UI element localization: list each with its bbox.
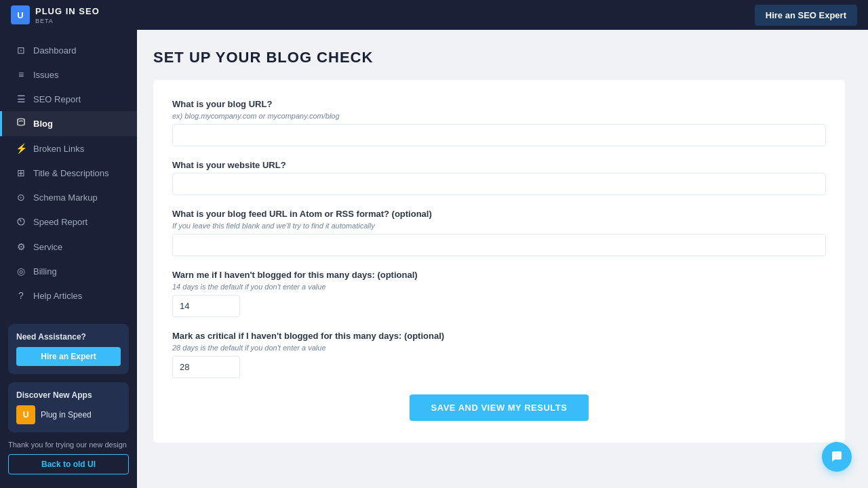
sidebar-item-service[interactable]: ⚙ Service — [0, 235, 137, 259]
sidebar-item-blog[interactable]: Blog — [0, 111, 137, 136]
sidebar-bottom: Need Assistance? Hire an Expert Discover… — [0, 316, 137, 483]
sidebar-label-schema-markup: Schema Markup — [33, 192, 98, 203]
sidebar-item-billing[interactable]: ◎ Billing — [0, 259, 137, 283]
sidebar-item-help-articles[interactable]: ? Help Articles — [0, 283, 137, 308]
app-item-plug-in-speed[interactable]: U Plug in Speed — [16, 405, 121, 424]
feed-url-hint: If you leave this field blank and we'll … — [172, 222, 826, 230]
speed-report-icon — [16, 216, 26, 228]
broken-links-icon: ⚡ — [16, 143, 26, 154]
sidebar-label-help-articles: Help Articles — [33, 291, 82, 301]
critical-days-label: Mark as critical if I haven't blogged fo… — [172, 331, 826, 341]
thank-you-text: Thank you for trying our new design — [8, 441, 129, 449]
page-title: SET UP YOUR BLOG CHECK — [153, 49, 852, 66]
seo-report-icon: ☰ — [16, 94, 26, 104]
logo-text-group: PLUG IN SEO BETA — [35, 6, 100, 24]
dashboard-icon: ⊡ — [16, 45, 26, 56]
sidebar-label-service: Service — [33, 242, 62, 252]
sidebar-item-speed-report[interactable]: Speed Report — [0, 209, 137, 235]
warn-days-label: Warn me if I haven't blogged for this ma… — [172, 270, 826, 280]
feed-url-label: What is your blog feed URL in Atom or RS… — [172, 209, 826, 219]
help-articles-icon: ? — [16, 290, 26, 301]
website-url-group: What is your website URL? — [172, 160, 826, 195]
sidebar-item-broken-links[interactable]: ⚡ Broken Links — [0, 136, 137, 161]
assist-card: Need Assistance? Hire an Expert — [8, 324, 129, 374]
app-icon: U — [16, 405, 35, 424]
sidebar-item-dashboard[interactable]: ⊡ Dashboard — [0, 38, 137, 62]
title-descriptions-icon: ⊞ — [16, 167, 26, 178]
logo: U PLUG IN SEO BETA — [11, 5, 100, 24]
form-card: What is your blog URL? ex) blog.mycompan… — [153, 80, 845, 443]
service-icon: ⚙ — [16, 241, 26, 252]
sidebar-label-blog: Blog — [33, 119, 53, 129]
blog-url-label: What is your blog URL? — [172, 99, 826, 109]
logo-icon: U — [11, 5, 30, 24]
sidebar-item-issues[interactable]: ≡ Issues — [0, 62, 137, 87]
sidebar-item-seo-report[interactable]: ☰ SEO Report — [0, 87, 137, 111]
critical-days-group: Mark as critical if I haven't blogged fo… — [172, 331, 826, 378]
sidebar-label-speed-report: Speed Report — [33, 217, 87, 227]
save-results-button[interactable]: SAVE AND VIEW MY RESULTS — [410, 394, 589, 421]
hire-expert-topnav-button[interactable]: Hire an SEO Expert — [755, 5, 857, 26]
sidebar-item-schema-markup[interactable]: ⊙ Schema Markup — [0, 185, 137, 209]
blog-url-hint: ex) blog.mycompany.com or mycompany.com/… — [172, 112, 826, 120]
website-url-label: What is your website URL? — [172, 160, 826, 170]
sidebar-label-issues: Issues — [33, 70, 59, 80]
hire-expert-sidebar-button[interactable]: Hire an Expert — [16, 347, 121, 366]
critical-days-input[interactable] — [172, 356, 240, 378]
critical-days-hint: 28 days is the default if you don't ente… — [172, 344, 826, 352]
topnav: U PLUG IN SEO BETA Hire an SEO Expert — [0, 0, 868, 30]
sidebar-label-dashboard: Dashboard — [33, 45, 77, 56]
blog-url-group: What is your blog URL? ex) blog.mycompan… — [172, 99, 826, 146]
logo-beta: BETA — [35, 18, 100, 24]
feed-url-input[interactable] — [172, 234, 826, 256]
chat-button[interactable] — [822, 442, 852, 472]
discover-title: Discover New Apps — [16, 390, 121, 400]
website-url-input[interactable] — [172, 173, 826, 195]
logo-text: PLUG IN SEO — [35, 6, 100, 16]
back-to-old-ui-button[interactable]: Back to old UI — [8, 454, 129, 474]
sidebar-nav: ⊡ Dashboard ≡ Issues ☰ SEO Report Blog — [0, 30, 137, 316]
warn-days-input[interactable] — [172, 295, 240, 317]
sidebar: ⊡ Dashboard ≡ Issues ☰ SEO Report Blog — [0, 30, 137, 488]
blog-url-input[interactable] — [172, 124, 826, 146]
issues-icon: ≡ — [16, 69, 26, 80]
sidebar-label-seo-report: SEO Report — [33, 94, 81, 104]
sidebar-label-broken-links: Broken Links — [33, 144, 84, 154]
assist-title: Need Assistance? — [16, 332, 121, 342]
app-name: Plug in Speed — [41, 410, 92, 420]
schema-markup-icon: ⊙ — [16, 192, 26, 203]
sidebar-item-title-descriptions[interactable]: ⊞ Title & Descriptions — [0, 161, 137, 185]
logo-letter: U — [17, 10, 23, 20]
warn-days-group: Warn me if I haven't blogged for this ma… — [172, 270, 826, 317]
discover-section: Discover New Apps U Plug in Speed — [8, 382, 129, 432]
sidebar-label-title-descriptions: Title & Descriptions — [33, 168, 109, 178]
sidebar-label-billing: Billing — [33, 266, 57, 277]
billing-icon: ◎ — [16, 266, 26, 277]
blog-icon — [16, 118, 26, 129]
main-content: SET UP YOUR BLOG CHECK What is your blog… — [137, 30, 868, 488]
feed-url-group: What is your blog feed URL in Atom or RS… — [172, 209, 826, 256]
warn-days-hint: 14 days is the default if you don't ente… — [172, 283, 826, 291]
